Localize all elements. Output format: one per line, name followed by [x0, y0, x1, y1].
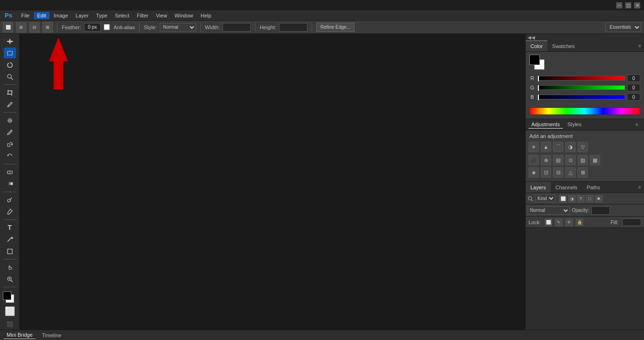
adj-vibrance-icon[interactable]: ▽ [578, 142, 588, 152]
adj-tab-adjustments[interactable]: Adjustments [528, 121, 563, 129]
style-select[interactable]: Normal Fixed Ratio Fixed Size [160, 23, 196, 32]
tab-paths[interactable]: Paths [582, 182, 605, 193]
adj-invert-icon[interactable]: ◈ [528, 167, 539, 178]
tool-path-select[interactable] [4, 234, 16, 245]
adj-exposure-icon[interactable]: ◑ [565, 142, 576, 152]
color-panel-menu-btn[interactable]: ≡ [636, 42, 644, 50]
r-value-input[interactable] [627, 74, 640, 82]
tool-lasso[interactable] [4, 59, 16, 70]
tool-eraser[interactable] [4, 167, 16, 178]
menu-window[interactable]: Window [171, 12, 196, 19]
lock-all-icon[interactable]: 🔒 [576, 219, 583, 226]
menu-help[interactable]: Help [197, 12, 215, 19]
adj-hsl-icon[interactable]: ⬛ [528, 155, 539, 165]
adj-channel-mixer-icon[interactable]: ▨ [578, 155, 588, 165]
height-input[interactable] [279, 23, 307, 32]
color-spectrum[interactable] [529, 107, 640, 115]
tool-move[interactable] [4, 36, 16, 47]
tool-dodge[interactable] [4, 194, 16, 205]
antialias-checkbox[interactable] [104, 24, 110, 30]
menu-filter[interactable]: Filter [133, 12, 151, 19]
tool-gradient[interactable] [4, 178, 16, 189]
adj-posterize-icon[interactable]: ⊡ [541, 167, 551, 178]
new-selection-btn[interactable]: ⬜ [3, 22, 13, 32]
green-slider[interactable] [537, 85, 625, 90]
adj-selective-color-icon[interactable]: ⊠ [578, 167, 588, 178]
menu-view[interactable]: View [153, 12, 171, 19]
filter-type-icon[interactable]: T [577, 195, 585, 202]
lock-transparent-icon[interactable]: ⬜ [545, 219, 552, 226]
menu-file[interactable]: File [18, 12, 33, 19]
tool-marquee-rect[interactable] [4, 48, 16, 58]
tool-hand[interactable] [4, 262, 16, 273]
g-value-input[interactable] [627, 84, 640, 91]
lock-pixels-icon[interactable]: ✎ [555, 219, 562, 226]
restore-button[interactable]: ◻ [625, 2, 631, 8]
adj-bw-icon[interactable]: ▤ [553, 155, 563, 165]
width-input[interactable] [223, 23, 251, 32]
menu-image[interactable]: Image [50, 12, 72, 19]
b-value-input[interactable] [627, 93, 640, 101]
subtract-selection-btn[interactable]: ⊟ [29, 22, 40, 32]
canvas[interactable] [20, 34, 525, 330]
layers-kind-select[interactable]: Kind [535, 194, 555, 202]
adj-colorbalance-icon[interactable]: ⊕ [541, 155, 551, 165]
tool-brush[interactable] [4, 127, 16, 138]
swatches-tab[interactable]: Swatches [547, 40, 579, 51]
adj-gradient-map-icon[interactable]: △ [565, 167, 576, 178]
blue-slider[interactable] [537, 95, 625, 99]
fill-input[interactable] [622, 219, 641, 226]
filter-smart-icon[interactable]: ✱ [595, 195, 603, 202]
menu-type[interactable]: Type [93, 12, 111, 19]
tab-mini-bridge[interactable]: Mini Bridge [4, 331, 35, 339]
blend-mode-select[interactable]: Normal [528, 206, 570, 215]
adj-brightness-icon[interactable]: ☀ [528, 142, 539, 152]
tab-layers[interactable]: Layers [526, 182, 551, 193]
adj-threshold-icon[interactable]: ⊟ [553, 167, 563, 178]
canvas-area[interactable] [20, 34, 525, 330]
panel-collapse-btn[interactable]: ◀◀ [526, 34, 644, 40]
filter-adjustment-icon[interactable]: ◑ [568, 195, 576, 202]
menu-edit[interactable]: Edit [34, 12, 50, 19]
color-tab[interactable]: Color [526, 40, 547, 51]
lock-position-icon[interactable]: ✛ [565, 219, 573, 226]
svg-point-2 [8, 74, 11, 78]
tool-zoom[interactable] [4, 274, 16, 284]
menu-layer[interactable]: Layer [72, 12, 92, 19]
layers-panel-menu-btn[interactable]: ≡ [636, 183, 644, 192]
refine-edge-button[interactable]: Refine Edge... [316, 23, 355, 32]
style-label: Style: [144, 24, 157, 30]
screen-mode-btn[interactable]: ⬛ [4, 319, 16, 330]
tool-eyedropper[interactable] [4, 99, 16, 110]
red-slider[interactable] [537, 76, 625, 81]
tab-timeline[interactable]: Timeline [39, 332, 64, 339]
tool-history-brush[interactable] [4, 151, 16, 162]
menu-select[interactable]: Select [112, 12, 133, 19]
quick-mask-btn[interactable]: ⬜ [4, 306, 16, 317]
close-button[interactable]: ✕ [634, 2, 640, 8]
feather-input[interactable] [84, 23, 101, 32]
filter-pixel-icon[interactable]: ⬜ [559, 195, 567, 202]
tool-crop[interactable] [4, 87, 16, 98]
adj-colorlookup-icon[interactable]: ▦ [590, 155, 600, 165]
tool-text[interactable]: T [4, 222, 16, 233]
adj-panel-menu-btn[interactable]: ≡ [633, 121, 641, 129]
tool-shape[interactable] [4, 246, 16, 257]
adj-curves-icon[interactable]: ⌒ [553, 142, 563, 152]
intersect-selection-btn[interactable]: ⊠ [42, 22, 53, 32]
tool-quick-select[interactable] [4, 71, 16, 82]
opacity-input[interactable] [591, 206, 610, 215]
tool-clone-stamp[interactable] [4, 139, 16, 150]
tool-healing-brush[interactable] [4, 115, 16, 126]
foreground-swatch[interactable] [3, 291, 11, 300]
adj-photo-filter-icon[interactable]: ⊙ [565, 155, 576, 165]
color-fg-swatch[interactable] [529, 55, 540, 65]
minimize-button[interactable]: ─ [616, 2, 622, 8]
adj-tab-styles[interactable]: Styles [565, 121, 585, 129]
adj-levels-icon[interactable]: ▲ [541, 142, 551, 152]
filter-shape-icon[interactable]: □ [586, 195, 594, 202]
tab-channels[interactable]: Channels [551, 182, 582, 193]
add-selection-btn[interactable]: ⊞ [16, 22, 26, 32]
workspace-select[interactable]: Essentials [605, 23, 641, 32]
tool-pen[interactable] [4, 206, 16, 217]
